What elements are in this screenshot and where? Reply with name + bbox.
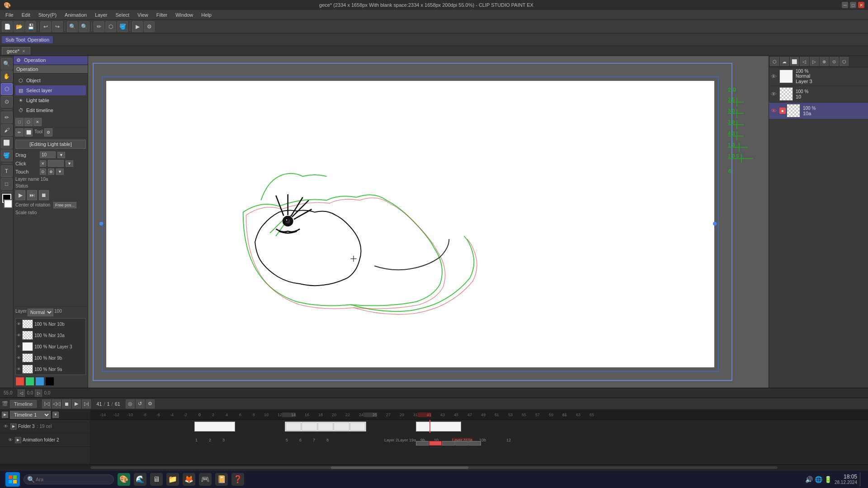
operation-dropdown[interactable]: Operation: [14, 65, 88, 74]
transform-play[interactable]: ▶: [15, 190, 25, 200]
taskbar-icon-explorer[interactable]: 📁: [166, 473, 179, 486]
tl-expand-btn[interactable]: ▶: [2, 412, 8, 418]
rtb-btn-4[interactable]: ◁: [800, 57, 809, 66]
tool-lasso[interactable]: ⊙: [1, 96, 13, 108]
status-btn-2[interactable]: ▷: [35, 389, 42, 397]
layer10-vis-toggle[interactable]: 👁: [770, 91, 777, 97]
toolbar-undo[interactable]: ↩: [40, 21, 51, 32]
rtb-btn-5[interactable]: ▷: [810, 57, 819, 66]
ctrl-btn-3[interactable]: ⚙: [44, 128, 52, 136]
anim-folder-expand[interactable]: ▶: [15, 437, 21, 443]
tool-brush[interactable]: 🖌: [1, 124, 13, 136]
tool-text[interactable]: T: [1, 165, 13, 177]
timeline-tracks-right[interactable]: -14 -12 -10 -8 -6 -4 -2 0 2 4 6 8 10 12 …: [90, 410, 868, 465]
touch-dropdown[interactable]: ▼: [56, 169, 64, 175]
tool-zoom[interactable]: 🔍: [1, 58, 13, 70]
tl-btn-onion[interactable]: ◎: [126, 399, 135, 408]
vis-4[interactable]: 👁: [17, 356, 21, 360]
main-canvas[interactable]: [106, 81, 714, 367]
layer10a-vis-toggle[interactable]: 👁: [770, 108, 777, 114]
document-tab[interactable]: gece* ×: [2, 47, 30, 55]
toolbar-new[interactable]: 📄: [2, 21, 13, 32]
taskbar-icon-monitor[interactable]: 🖥: [150, 473, 163, 486]
tl-btn-settings[interactable]: ⚙: [146, 399, 155, 408]
click-dropdown[interactable]: ▼: [66, 160, 73, 167]
menu-window[interactable]: Window: [172, 11, 197, 19]
tool-fill[interactable]: 🪣: [1, 150, 13, 161]
taskbar-icon-browser[interactable]: 🌊: [134, 473, 146, 486]
center-dropdown[interactable]: Free pos...: [53, 202, 76, 208]
touch-icon2[interactable]: ⊕: [48, 169, 54, 175]
layer3-vis-toggle[interactable]: 👁: [770, 73, 777, 80]
tool-pen[interactable]: ✏: [1, 112, 13, 123]
pb-play[interactable]: ▶: [72, 399, 81, 408]
tool-eraser[interactable]: ⬜: [1, 137, 13, 149]
taskbar-icon-firefox[interactable]: 🦊: [183, 473, 195, 486]
transform-stop[interactable]: ⏹: [39, 190, 49, 200]
tool-select[interactable]: ⬡: [1, 83, 13, 95]
ctrl-btn-1[interactable]: ✏: [15, 128, 24, 136]
track-row-2[interactable]: 1 2 3 5 6 7 8 Layer 2Layer 19a 9b 10 Lay…: [90, 433, 868, 447]
menu-select[interactable]: Select: [112, 11, 133, 19]
vis-5[interactable]: 👁: [17, 367, 21, 371]
show-desktop-btn[interactable]: [860, 473, 863, 486]
toolbar-settings[interactable]: ⚙: [144, 21, 155, 32]
taskbar-icon-csp[interactable]: 🎨: [118, 473, 130, 486]
anim-folder-vis[interactable]: 👁: [7, 437, 14, 443]
taskbar-icon-mail[interactable]: 📔: [215, 473, 228, 486]
menu-layer[interactable]: Layer: [91, 11, 111, 19]
anim-folder-row[interactable]: 👁 ▶ Animation folder 2: [0, 433, 90, 447]
transform-step[interactable]: ⏭: [27, 190, 37, 200]
toolbar-eraser[interactable]: ⬡: [105, 21, 116, 32]
touch-icon1[interactable]: ⊙: [40, 169, 46, 175]
status-btn-1[interactable]: ◁: [18, 389, 25, 397]
menu-story[interactable]: Story(P): [35, 11, 60, 19]
pb-play-rev[interactable]: ◁◁: [52, 399, 61, 408]
tab-close[interactable]: ×: [22, 48, 25, 54]
timeline-scroll-thumb[interactable]: [331, 466, 468, 469]
taskbar-search-input[interactable]: [24, 474, 114, 484]
background-color[interactable]: [4, 199, 13, 208]
frame-block-1a[interactable]: [194, 422, 235, 432]
timeline-tab[interactable]: Timeline: [10, 400, 37, 408]
icon-btn-2[interactable]: ⬡: [24, 118, 33, 126]
tool-shape[interactable]: □: [1, 178, 13, 190]
swatch-green[interactable]: [25, 377, 34, 386]
pb-stop[interactable]: ⏹: [62, 399, 71, 408]
folder3-vis[interactable]: 👁: [3, 423, 9, 430]
blend-mode-select[interactable]: Normal: [28, 309, 53, 316]
rtb-btn-1[interactable]: ⬡: [770, 57, 779, 66]
menu-animation[interactable]: Animation: [61, 11, 90, 19]
toolbar-zoom-out[interactable]: 🔍: [79, 21, 90, 32]
timeline-name-select[interactable]: Timeline 1: [10, 411, 51, 419]
vis-2[interactable]: 👁: [17, 333, 21, 338]
menu-edit[interactable]: Edit: [18, 11, 34, 19]
close-button[interactable]: ✕: [858, 2, 864, 8]
icon-btn-3[interactable]: ✕: [33, 118, 42, 126]
menu-file[interactable]: File: [2, 11, 17, 19]
frame-block-1b[interactable]: [285, 422, 366, 432]
tl-btn-loop[interactable]: ↺: [136, 399, 145, 408]
toolbar-redo[interactable]: ↪: [52, 21, 63, 32]
toolbar-pen[interactable]: ✏: [94, 21, 104, 32]
op-edit-timeline[interactable]: ⏱ Edit timeline: [15, 105, 86, 115]
op-select-layer[interactable]: ▤ Select layer: [15, 85, 86, 95]
menu-help[interactable]: Help: [198, 11, 215, 19]
vis-3[interactable]: 👁: [17, 344, 21, 349]
rtb-btn-8[interactable]: ⬡: [840, 57, 849, 66]
vis-1[interactable]: 👁: [17, 322, 21, 326]
rtb-btn-2[interactable]: ☁: [780, 57, 789, 66]
toolbar-zoom-in[interactable]: 🔍: [67, 21, 78, 32]
layer10a-preview[interactable]: 👁 ■ 100 % 10a: [769, 103, 868, 119]
toolbar-fill[interactable]: 🪣: [117, 21, 128, 32]
toolbar-play[interactable]: ▶: [132, 21, 143, 32]
tool-move[interactable]: ✋: [1, 70, 13, 82]
click-x-btn[interactable]: ✕: [40, 160, 46, 167]
track-row-1[interactable]: [90, 420, 868, 433]
canvas-area[interactable]: 2 0 3 5 3 0 3 9: [88, 56, 769, 388]
taskbar-icon-discord[interactable]: 🎮: [199, 473, 212, 486]
toolbar-open[interactable]: 📂: [14, 21, 24, 32]
minimize-button[interactable]: ─: [842, 2, 848, 8]
swatch-red[interactable]: [15, 377, 24, 386]
rtb-btn-7[interactable]: ⊙: [830, 57, 839, 66]
